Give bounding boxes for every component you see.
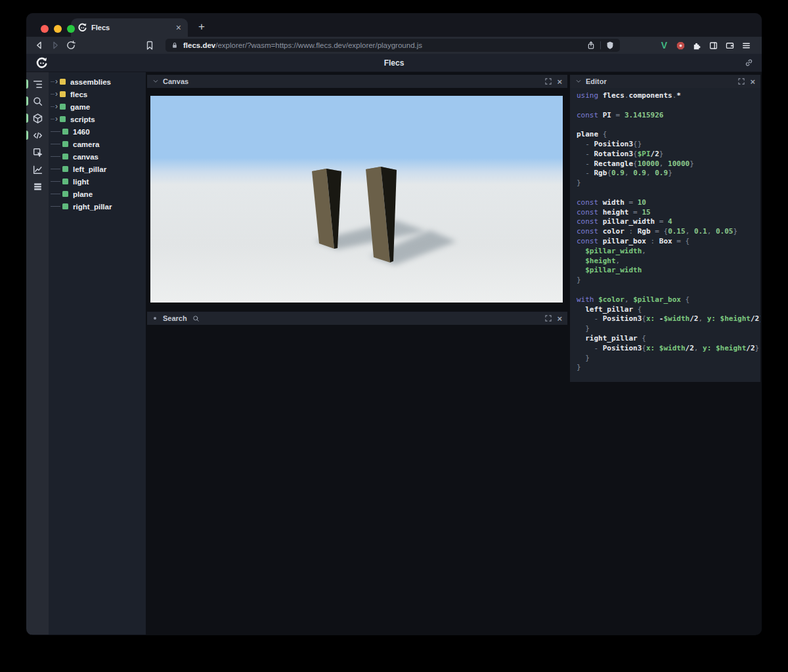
window-controls <box>41 25 75 33</box>
tree-item-game[interactable]: ›game <box>49 100 146 113</box>
browser-tab[interactable]: Flecs × <box>71 18 188 37</box>
tree-item-camera[interactable]: camera <box>49 138 146 150</box>
browser-toolbar: flecs.dev /explorer/?wasm=https://www.fl… <box>26 37 762 54</box>
inspect-pointer-icon[interactable] <box>26 144 49 161</box>
tree-item-label: camera <box>73 140 99 148</box>
search-magnifier-icon <box>192 315 200 322</box>
tree-item-label: 1460 <box>73 128 90 136</box>
lock-icon <box>171 41 179 49</box>
entity-color-swatch <box>60 116 66 122</box>
tree-item-label: canvas <box>73 153 98 161</box>
expand-chevron-icon[interactable]: › <box>55 102 58 110</box>
tree-guide-line <box>51 206 60 207</box>
fullscreen-icon[interactable] <box>544 77 552 85</box>
url-bar[interactable]: flecs.dev /explorer/?wasm=https://www.fl… <box>165 39 620 52</box>
tree-item-assemblies[interactable]: ›assemblies <box>49 75 146 88</box>
tree-item-canvas[interactable]: canvas <box>49 150 146 163</box>
collapsed-dot-icon[interactable] <box>154 317 156 320</box>
close-panel-icon[interactable]: × <box>750 77 755 86</box>
query-search-icon[interactable] <box>26 93 49 110</box>
url-domain: flecs.dev <box>183 41 215 49</box>
brave-shield-icon[interactable] <box>605 41 615 50</box>
tree-guide-line <box>51 81 55 82</box>
canvas-3d-viewport[interactable] <box>150 96 563 303</box>
tab-title: Flecs <box>91 24 110 32</box>
expand-chevron-icon[interactable]: › <box>55 90 58 98</box>
code-editor-icon[interactable] <box>26 127 49 144</box>
expand-chevron-icon[interactable]: › <box>55 77 58 85</box>
tree-item-scripts[interactable]: ›scripts <box>49 113 146 125</box>
editor-panel-header: Editor × <box>570 75 760 88</box>
extensions-icon[interactable] <box>692 41 702 51</box>
bookmark-icon[interactable] <box>144 40 155 51</box>
tree-guide-line <box>51 181 60 182</box>
tables-rows-icon[interactable] <box>26 178 49 195</box>
tree-item-right_pillar[interactable]: right_pillar <box>49 200 146 213</box>
minimize-window-button[interactable] <box>54 25 62 33</box>
tree-guide-line <box>51 169 60 169</box>
entity-tree-icon[interactable] <box>26 75 49 93</box>
new-tab-button[interactable]: + <box>198 20 205 33</box>
forward-button[interactable] <box>50 40 60 51</box>
fullscreen-icon[interactable] <box>737 77 745 85</box>
entity-color-swatch <box>62 129 68 135</box>
canvas-panel-title: Canvas <box>163 77 188 85</box>
vue-devtools-icon[interactable]: V <box>659 41 669 51</box>
back-button[interactable] <box>34 40 45 51</box>
entity-color-swatch <box>62 154 68 159</box>
canvas-panel-header: Canvas × <box>147 75 567 88</box>
tree-item-label: flecs <box>70 91 87 98</box>
page-title: Flecs <box>26 58 762 68</box>
code-content[interactable]: using flecs.components.* const PI = 3.14… <box>570 88 760 382</box>
sidebar-toggle-icon[interactable] <box>709 41 718 51</box>
fullscreen-icon[interactable] <box>544 314 552 322</box>
tree-item-light[interactable]: light <box>49 175 146 188</box>
stats-chart-icon[interactable] <box>26 161 49 178</box>
tree-item-left_pillar[interactable]: left_pillar <box>49 163 146 175</box>
browser-actions: V <box>659 41 754 51</box>
active-indicator-bar <box>26 79 28 89</box>
search-panel-title: Search <box>163 314 187 322</box>
entity-color-swatch <box>62 166 68 172</box>
tree-guide-line <box>51 106 55 107</box>
entity-color-swatch <box>62 141 68 147</box>
tree-guide-line <box>51 156 60 157</box>
scene-cube-icon[interactable] <box>26 110 49 127</box>
close-panel-icon[interactable]: × <box>557 77 562 86</box>
editor-panel: Editor × using flecs.components.* const … <box>570 75 760 382</box>
app-content: ›assemblies›flecs›game›scripts1460camera… <box>26 72 762 635</box>
entity-color-swatch <box>60 79 66 85</box>
collapse-chevron-icon[interactable] <box>152 78 159 85</box>
tree-guide-line <box>51 119 55 119</box>
tree-guide-line <box>51 94 55 94</box>
browser-window: Flecs × + flecs.dev /explorer/?wasm=http… <box>26 13 762 635</box>
tree-item-label: light <box>73 178 89 186</box>
entity-color-swatch <box>60 104 66 110</box>
entity-tree: ›assemblies›flecs›game›scripts1460camera… <box>49 72 146 635</box>
tree-guide-line <box>51 144 60 144</box>
tree-item-flecs[interactable]: ›flecs <box>49 88 146 100</box>
editor-panel-title: Editor <box>586 77 607 85</box>
collapse-chevron-icon[interactable] <box>575 78 582 85</box>
tab-close-icon[interactable]: × <box>176 23 181 32</box>
close-panel-icon[interactable]: × <box>557 314 562 323</box>
entity-color-swatch <box>62 191 68 197</box>
tree-item-label: game <box>70 103 90 111</box>
share-icon[interactable] <box>586 41 596 50</box>
zoom-window-button[interactable] <box>67 25 75 33</box>
expand-chevron-icon[interactable]: › <box>55 115 58 123</box>
wallet-icon[interactable] <box>725 41 735 51</box>
entity-color-swatch <box>62 178 68 184</box>
active-indicator-bar <box>26 131 28 140</box>
close-window-button[interactable] <box>41 25 49 33</box>
reload-button[interactable] <box>66 40 76 51</box>
tree-guide-line <box>51 194 60 194</box>
tree-item-1460[interactable]: 1460 <box>49 125 146 138</box>
adblock-icon[interactable] <box>676 41 686 51</box>
entity-color-swatch <box>60 91 66 97</box>
tree-item-plane[interactable]: plane <box>49 188 146 200</box>
tree-item-label: scripts <box>70 116 95 123</box>
scene-sky-ground <box>150 96 563 303</box>
app-header: Flecs <box>26 54 762 72</box>
menu-icon[interactable] <box>741 41 751 51</box>
